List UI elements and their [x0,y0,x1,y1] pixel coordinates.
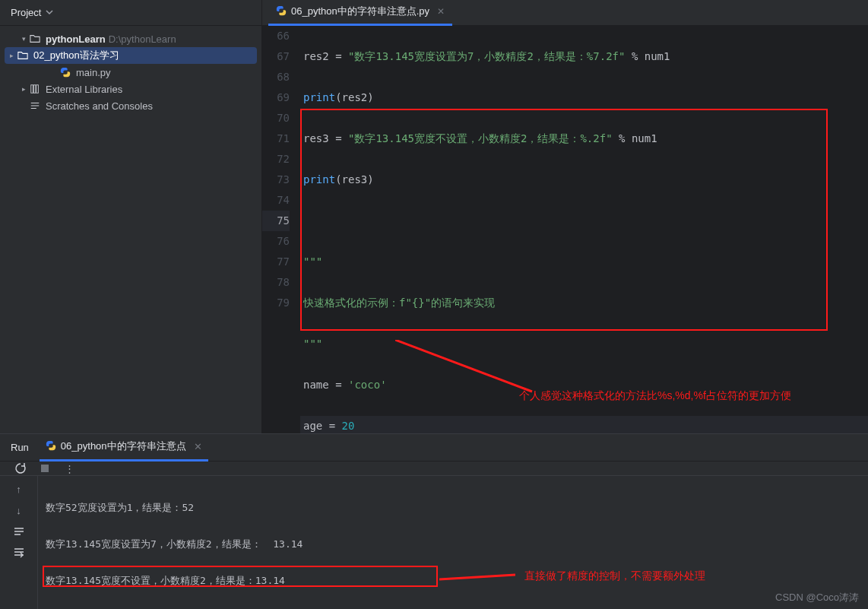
tree-label: pythonLearn [46,33,106,45]
run-panel: Run 06_python中的字符串注意点 ✕ ⋮ ↑ ↓ 数字52宽度设置为1… [0,433,868,609]
chevron-down-icon [41,7,53,18]
chevron-down-icon[interactable]: ▾ [18,35,29,43]
run-gutter: ↑ ↓ [0,476,38,609]
editor-area: 06_python中的字符串注意点.py ✕ 66 67 68 69 70 71… [262,0,868,433]
watermark: CSDN @Coco涛涛 [775,591,859,604]
folder-icon [29,33,41,45]
tree-label: Scratches and Consoles [46,100,153,112]
run-toolbar: ⋮ [0,462,868,476]
annotation-text: 直接做了精度的控制，不需要额外处理 [524,569,705,583]
code-content[interactable]: res2 = "数字13.145宽度设置为7，小数精度2，结果是：%7.2f" … [300,26,868,433]
close-icon[interactable]: ✕ [194,441,202,452]
tree-label: main.py [76,67,111,78]
output-line: 数字13.145宽度不设置，小数精度2，结果是：13.14 [46,572,860,590]
project-tree: ▾ pythonLearn D:\pythonLearn ▸ 02_python… [0,26,261,119]
sidebar-title: Project [11,7,41,18]
python-file-icon [46,440,56,453]
tree-scratches[interactable]: Scratches and Consoles [0,97,261,114]
folder-icon [17,49,29,62]
tree-path: D:\pythonLearn [109,33,176,45]
run-output[interactable]: 数字52宽度设置为1，结果是：52 数字13.145宽度设置为7，小数精度2，结… [38,476,868,609]
tree-label: 02_python语法学习 [33,49,119,62]
scroll-icon[interactable] [12,546,26,560]
up-icon[interactable]: ↑ [12,482,26,496]
code-editor[interactable]: 66 67 68 69 70 71 72 73 74 75 76 77 78 7… [262,26,868,433]
more-icon[interactable]: ⋮ [62,462,76,475]
run-tab[interactable]: 06_python中的字符串注意点 ✕ [40,434,208,462]
tab-label: 06_python中的字符串注意点.py [291,5,429,18]
down-icon[interactable]: ↓ [12,503,26,517]
rerun-icon[interactable] [14,462,27,475]
editor-tabs: 06_python中的字符串注意点.py ✕ [262,0,868,26]
output-line: 数字52宽度设置为1，结果是：52 [46,499,860,517]
svg-rect-0 [31,85,33,94]
tree-root[interactable]: ▾ pythonLearn D:\pythonLearn [0,30,261,47]
library-icon [29,83,41,95]
stop-icon[interactable] [38,462,52,475]
chevron-right-icon[interactable]: ▸ [6,52,17,59]
run-title: Run [11,442,29,453]
svg-rect-3 [41,465,49,472]
tree-label: External Libraries [46,84,122,95]
run-header: Run 06_python中的字符串注意点 ✕ [0,434,868,462]
project-sidebar: Project ▾ pythonLearn D:\pythonLearn ▸ 0… [0,0,262,433]
python-file-icon [276,5,287,18]
output-line: 数字13.145宽度设置为7，小数精度2，结果是： 13.14 [46,535,860,553]
run-tab-label: 06_python中的字符串注意点 [61,439,186,453]
line-gutter: 66 67 68 69 70 71 72 73 74 75 76 77 78 7… [262,26,300,433]
tree-folder-selected[interactable]: ▸ 02_python语法学习 [5,47,257,64]
python-file-icon [59,66,71,78]
softwrap-icon[interactable] [12,525,26,538]
editor-tab-active[interactable]: 06_python中的字符串注意点.py ✕ [268,0,452,26]
svg-rect-2 [36,85,39,94]
annotation-text: 个人感觉这种格式化的方法比%s,%d,%f占位符的更加方便 [519,389,791,403]
scratches-icon [29,100,41,112]
svg-rect-1 [33,85,36,94]
close-icon[interactable]: ✕ [437,6,445,17]
tree-file[interactable]: main.py [0,64,261,81]
tree-external-libs[interactable]: ▸ External Libraries [0,81,261,97]
chevron-right-icon[interactable]: ▸ [18,85,29,93]
sidebar-header[interactable]: Project [0,0,261,26]
